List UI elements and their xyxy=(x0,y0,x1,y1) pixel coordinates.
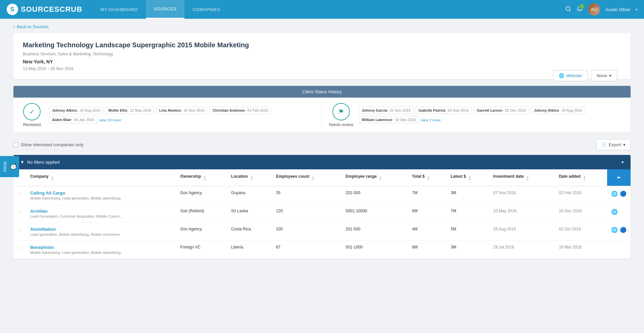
search-icon[interactable] xyxy=(565,6,571,13)
scrub-action-icon[interactable]: 🔵 xyxy=(620,190,627,197)
nav-link-sources[interactable]: SOURCES xyxy=(146,0,185,19)
filter-icon: ▼ xyxy=(20,160,24,165)
company-name[interactable]: Architax xyxy=(30,209,172,214)
star-icon[interactable]: ☆ xyxy=(17,191,22,197)
svg-line-1 xyxy=(570,10,571,11)
none-label: None xyxy=(597,73,607,78)
inv-date-cell: 25 Aug 2016 xyxy=(489,223,555,241)
export-button[interactable]: 📄 Export ▾ xyxy=(596,139,631,150)
table-collapse-icon[interactable]: ▾ xyxy=(622,160,624,165)
globe-action-icon[interactable]: 🌐 xyxy=(611,190,618,197)
sort-icon: ▲▼ xyxy=(250,176,253,181)
date-added-cell: 16 Mar 2016 xyxy=(555,241,607,259)
star-cell[interactable]: ☆ xyxy=(13,205,26,223)
user-dropdown-arrow[interactable]: ▾ xyxy=(636,8,637,11)
star-cell[interactable]: ☆ xyxy=(13,223,26,241)
globe-action-icon[interactable]: 🌐 xyxy=(611,227,618,233)
nav-right: 1 AO Austin Oliver ▾ xyxy=(565,3,637,15)
nav-links: MY DASHBOARD SOURCES COMAPNIES xyxy=(92,0,228,19)
needs-review-label: Needs review xyxy=(329,122,354,127)
star-icon[interactable]: ☆ xyxy=(17,227,22,233)
sort-icon: ▲▼ xyxy=(583,176,586,181)
th-emp-count[interactable]: Employees count ▲▼ xyxy=(272,169,342,186)
company-name[interactable]: Benephisto xyxy=(30,245,172,250)
export-dropdown-icon: ▾ xyxy=(623,142,626,147)
location-cell: Guyana xyxy=(227,186,272,205)
company-name[interactable]: Calling All Cargo xyxy=(30,190,172,196)
location-cell: Liberia xyxy=(227,241,272,259)
reviewed-tags: Johnny Atkins 29 Aug 2016 Mollie Ellis 1… xyxy=(49,107,315,123)
latest-cell: 7M xyxy=(447,205,489,223)
show-interested-checkbox[interactable] xyxy=(13,143,18,147)
th-inv-date[interactable]: Investment date ▲▼ xyxy=(489,169,555,186)
scrub-action-icon[interactable]: 🔵 xyxy=(620,227,627,233)
reviewed-circle: ✓ xyxy=(23,103,41,120)
back-link[interactable]: ‹ Back to Sources xyxy=(13,19,631,33)
list-item: Mollie Ellis 12 May 2016 xyxy=(105,107,154,114)
company-name[interactable]: AlumiNation xyxy=(30,227,172,232)
total-cell: 6M xyxy=(408,205,446,223)
emp-range-cell: 501-1000 xyxy=(342,241,408,259)
list-item: Aiden Blair 04 Jan 2016 xyxy=(49,116,97,123)
notification-icon[interactable]: 1 xyxy=(577,6,583,13)
none-dropdown-icon: ▾ xyxy=(609,73,611,78)
logo-text: SOURCESCRUB xyxy=(21,5,82,14)
table-row: ☆ Calling All Cargo Mobile Advertising, … xyxy=(13,186,631,205)
actions-cell xyxy=(607,241,631,259)
th-date-added[interactable]: Date added ▲▼ xyxy=(555,169,607,186)
nav-link-dashboard[interactable]: MY DASHBOARD xyxy=(92,0,146,19)
notes-icon: 💬 xyxy=(10,163,16,170)
none-button[interactable]: None ▾ xyxy=(591,70,617,81)
website-button[interactable]: 🌐 Website xyxy=(553,70,588,81)
notes-tab[interactable]: 💬 Notes xyxy=(0,156,19,177)
companies-table: Company ▲▼ Ownership ▲▼ Location ▲▼ Em xyxy=(13,169,631,259)
star-cell[interactable]: ☆ xyxy=(13,186,26,205)
user-name[interactable]: Austin Oliver xyxy=(605,7,630,12)
company-tags: Mobile Advertising, Lead generation, Mob… xyxy=(30,196,172,200)
th-location[interactable]: Location ▲▼ xyxy=(227,169,272,186)
website-label: Website xyxy=(566,73,582,78)
status-history-body: ✓ Reviewed Johnny Atkins 29 Aug 2016 Mol… xyxy=(13,98,631,132)
row-actions: 🌐 xyxy=(611,209,627,215)
star-cell[interactable]: ☆ xyxy=(13,241,26,259)
list-item: Johnny Atkins 29 Aug 2016 xyxy=(531,107,585,114)
th-emp-range[interactable]: Employee range ▲▼ xyxy=(342,169,408,186)
date-added-cell: 02 Oct 2016 xyxy=(555,223,607,241)
total-cell: 7M xyxy=(408,186,446,205)
inv-date-cell: 29 Jul 2016 xyxy=(489,241,555,259)
emp-count-cell: 120 xyxy=(272,205,342,223)
emp-range-cell: 5001-10000 xyxy=(342,205,408,223)
reviewed-section: ✓ Reviewed Johnny Atkins 29 Aug 2016 Mol… xyxy=(13,98,322,132)
inv-date-cell: 10 May 2016 xyxy=(489,205,555,223)
needs-review-section: ⚑ Needs review Johnny Garcia 01 Nov 2016… xyxy=(322,98,631,132)
top-navigation: S SOURCESCRUB MY DASHBOARD SOURCES COMAP… xyxy=(0,0,644,19)
needs-review-circle: ⚑ xyxy=(332,103,350,120)
th-total[interactable]: Total $ ▲▼ xyxy=(408,169,446,186)
source-actions: 🌐 Website None ▾ xyxy=(553,70,617,81)
nav-link-companies[interactable]: COMAPNIES xyxy=(184,0,228,19)
actions-cell: 🌐 🔵 xyxy=(607,186,631,205)
source-tags: Business Services, Sales & Marketing, Te… xyxy=(23,52,325,56)
globe-action-icon[interactable]: 🌐 xyxy=(611,209,618,215)
star-icon[interactable]: ☆ xyxy=(17,209,22,215)
logo-icon: S xyxy=(7,4,18,15)
show-interested-text: Show interested companies only xyxy=(21,142,84,147)
list-item: William Lawrence 10 Sep 2016 xyxy=(359,116,419,123)
filter-label: ▼ No filters applied xyxy=(20,160,60,165)
sort-icon: ▲▼ xyxy=(379,176,382,181)
th-company[interactable]: Company ▲▼ xyxy=(26,169,176,186)
view-more-needs-review[interactable]: view 2 more xyxy=(421,118,441,123)
avatar: AO xyxy=(588,3,600,15)
back-link-text: Back to Sources xyxy=(17,24,49,29)
view-more-reviewed[interactable]: view 10 more xyxy=(99,118,121,123)
th-latest[interactable]: Latest $ ▲▼ xyxy=(447,169,489,186)
th-ownership[interactable]: Ownership ▲▼ xyxy=(176,169,227,186)
th-actions: ✏ xyxy=(607,169,631,186)
logo[interactable]: S SOURCESCRUB xyxy=(7,4,82,15)
show-interested-label[interactable]: Show interested companies only xyxy=(13,142,84,147)
star-icon[interactable]: ☆ xyxy=(17,245,22,251)
table-row: ☆ Benephisto Mobile Advertising, Lead ge… xyxy=(13,241,631,259)
table-row: ☆ Architax Lead Generation, Customer Acq… xyxy=(13,205,631,223)
source-title: Marketing Technology Landscape Supergrap… xyxy=(23,41,325,49)
ownership-cell: Gov Agency xyxy=(176,186,227,205)
